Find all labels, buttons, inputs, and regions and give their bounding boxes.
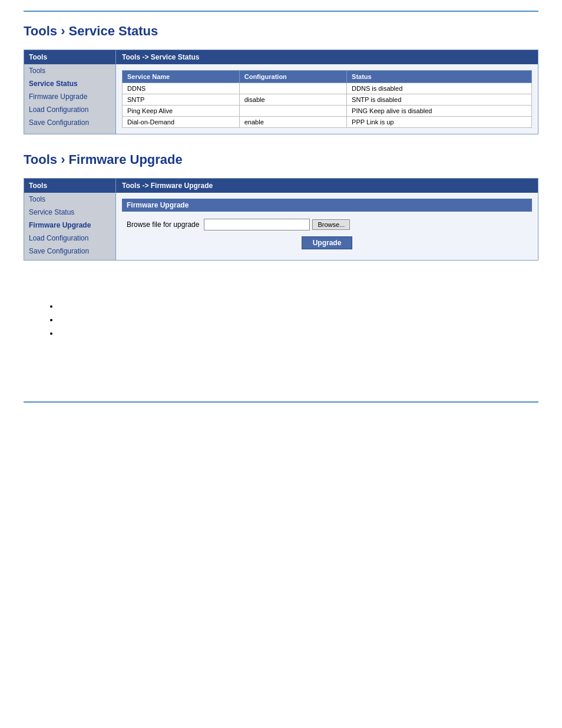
col-status: Status bbox=[347, 71, 532, 83]
bullet-item-2 bbox=[59, 315, 538, 324]
browse-input[interactable] bbox=[204, 219, 310, 230]
firmware-header: Tools -> Firmware Upgrade bbox=[116, 179, 538, 193]
sidebar2-item-firmware[interactable]: Firmware Upgrade bbox=[24, 219, 115, 232]
table-row: Dial-on-DemandenablePPP Link is up bbox=[123, 117, 532, 128]
service-table: Service Name Configuration Status DDNSDD… bbox=[122, 70, 532, 128]
upgrade-button[interactable]: Upgrade bbox=[302, 236, 353, 249]
service-name-cell: Ping Keep Alive bbox=[123, 106, 240, 117]
status-cell: PING Keep alive is disabled bbox=[347, 106, 532, 117]
sidebar2: Tools Tools Service Status Firmware Upgr… bbox=[24, 179, 115, 260]
status-cell: DDNS is disabled bbox=[347, 83, 532, 94]
service-name-cell: DDNS bbox=[123, 83, 240, 94]
browse-row: Browse file for upgrade Browse... bbox=[122, 219, 532, 230]
browse-button[interactable]: Browse... bbox=[312, 219, 350, 230]
section1-title: Tools › Service Status bbox=[24, 24, 538, 39]
service-status-body: Service Name Configuration Status DDNSDD… bbox=[116, 64, 538, 134]
service-status-header: Tools -> Service Status bbox=[116, 50, 538, 64]
sidebar1-item-save-config[interactable]: Save Configuration bbox=[24, 116, 115, 129]
firmware-main: Tools -> Firmware Upgrade Firmware Upgra… bbox=[115, 179, 538, 260]
sidebar2-header: Tools bbox=[24, 179, 115, 193]
bottom-divider bbox=[24, 401, 538, 403]
firmware-section-label: Firmware Upgrade bbox=[122, 199, 532, 212]
firmware-body: Firmware Upgrade Browse file for upgrade… bbox=[116, 193, 538, 260]
config-cell: enable bbox=[239, 117, 346, 128]
sidebar2-item-save-config[interactable]: Save Configuration bbox=[24, 245, 115, 258]
bullet-section bbox=[0, 296, 562, 354]
sidebar1-item-firmware[interactable]: Firmware Upgrade bbox=[24, 90, 115, 103]
sidebar2-item-load-config[interactable]: Load Configuration bbox=[24, 232, 115, 245]
col-service-name: Service Name bbox=[123, 71, 240, 83]
bullet-list bbox=[47, 302, 538, 338]
page-content: Tools › Service Status Tools Tools Servi… bbox=[0, 12, 562, 296]
config-cell: disable bbox=[239, 94, 346, 106]
table-row: SNTPdisableSNTP is disabled bbox=[123, 94, 532, 106]
sidebar2-item-service-status[interactable]: Service Status bbox=[24, 206, 115, 219]
service-name-cell: SNTP bbox=[123, 94, 240, 106]
sidebar1-item-load-config[interactable]: Load Configuration bbox=[24, 103, 115, 116]
sidebar1-item-tools[interactable]: Tools bbox=[24, 64, 115, 77]
firmware-panel: Tools Tools Service Status Firmware Upgr… bbox=[24, 178, 538, 261]
col-configuration: Configuration bbox=[239, 71, 346, 83]
browse-label: Browse file for upgrade bbox=[127, 220, 199, 229]
config-cell bbox=[239, 106, 346, 117]
status-cell: PPP Link is up bbox=[347, 117, 532, 128]
config-cell bbox=[239, 83, 346, 94]
service-name-cell: Dial-on-Demand bbox=[123, 117, 240, 128]
sidebar1-header: Tools bbox=[24, 50, 115, 64]
bullet-item-1 bbox=[59, 302, 538, 311]
bullet-item-3 bbox=[59, 329, 538, 338]
sidebar1-item-service-status[interactable]: Service Status bbox=[24, 77, 115, 90]
table-row: Ping Keep AlivePING Keep alive is disabl… bbox=[123, 106, 532, 117]
upgrade-row: Upgrade bbox=[122, 236, 532, 249]
service-status-panel: Tools Tools Service Status Firmware Upgr… bbox=[24, 50, 538, 134]
sidebar1: Tools Tools Service Status Firmware Upgr… bbox=[24, 50, 115, 134]
section2-title: Tools › Firmware Upgrade bbox=[24, 152, 538, 167]
status-cell: SNTP is disabled bbox=[347, 94, 532, 106]
sidebar2-item-tools[interactable]: Tools bbox=[24, 193, 115, 206]
table-row: DDNSDDNS is disabled bbox=[123, 83, 532, 94]
service-status-main: Tools -> Service Status Service Name Con… bbox=[115, 50, 538, 134]
